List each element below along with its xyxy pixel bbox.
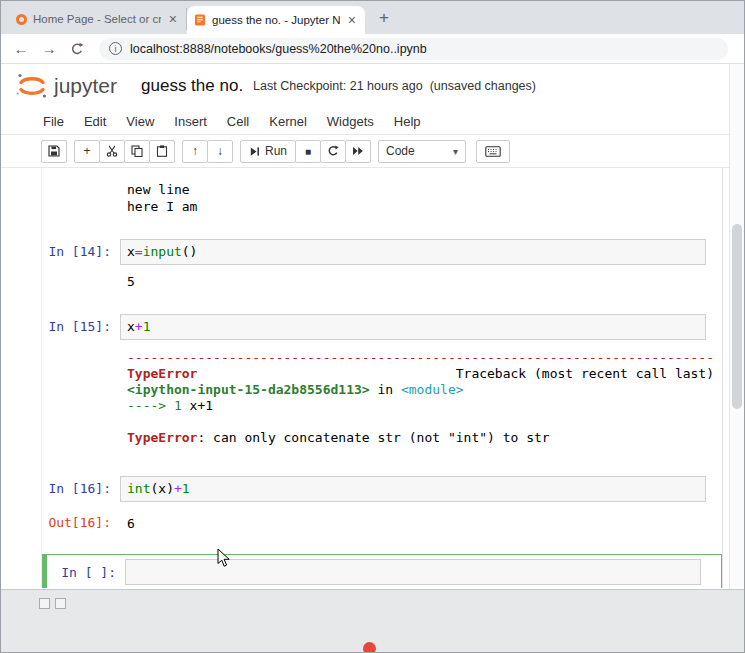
fast-forward-icon [352,145,364,157]
menu-edit[interactable]: Edit [74,110,116,133]
reload-icon [70,42,84,56]
move-cell-up-button[interactable]: ↑ [182,140,208,163]
code-text: x+1 [127,319,699,335]
menu-file[interactable]: File [33,110,74,133]
stream-output-row: new line here I am [42,176,722,215]
run-label: Run [265,144,287,158]
input-prompt: In [16]: [42,476,120,496]
menu-view[interactable]: View [116,110,164,133]
jupyter-logo-text[interactable]: jupyter [54,74,117,98]
scrollbar-thumb[interactable] [732,224,742,409]
menu-cell[interactable]: Cell [217,110,259,133]
prompt-spacer [42,176,120,181]
output-prompt: Out[16]: [42,510,120,530]
add-cell-button[interactable]: + [74,140,100,163]
menu-widgets[interactable]: Widgets [317,110,384,133]
run-cell-button[interactable]: Run [240,140,296,163]
chevron-down-icon: ▾ [453,146,458,157]
save-button[interactable] [41,140,67,163]
interrupt-kernel-button[interactable]: ■ [295,140,321,163]
desktop-strip [1,589,744,652]
keyboard-icon [485,146,501,157]
menubar: File Edit View Insert Cell Kernel Widget… [1,108,744,135]
error-output-row-15: ----------------------------------------… [42,344,722,446]
stop-icon: ■ [305,146,311,157]
code-text: x=input() [127,244,699,260]
restart-run-all-button[interactable] [345,140,371,163]
empty-cell-selected[interactable]: In [ ]: [42,554,722,588]
restart-kernel-button[interactable] [320,140,346,163]
taskbar-icon[interactable] [39,598,50,609]
prompt-spacer [42,268,120,273]
cell-type-value: Code [386,144,415,158]
close-icon[interactable]: × [167,12,179,26]
notebook-container: new line here I am In [14]: x=input() 5 … [41,168,723,588]
code-input[interactable] [125,559,701,585]
notebook-scroll-area[interactable]: new line here I am In [14]: x=input() 5 … [1,168,744,588]
code-cell-15[interactable]: In [15]: x+1 [42,314,722,340]
command-palette-button[interactable] [476,140,510,163]
info-icon[interactable]: i [109,42,122,55]
input-prompt: In [14]: [42,239,120,259]
menu-help[interactable]: Help [384,110,431,133]
output-row-14: 5 [42,268,722,290]
jupyter-header: jupyter guess the no. Last Checkpoint: 2… [1,64,744,108]
code-input[interactable]: int(x)+1 [120,476,706,502]
output-row-16: Out[16]: 6 [42,510,722,532]
screenshot-root: Home Page - Select or create a n × guess… [0,0,745,653]
close-icon[interactable]: × [346,13,358,27]
jupyter-logo-icon[interactable] [15,71,49,101]
copy-icon [131,145,143,157]
tab-notebook[interactable]: guess the no. - Jupyter Notebook × [187,6,365,34]
recording-indicator-dot [363,642,376,653]
page-scrollbar[interactable] [729,64,744,589]
toolbar: + [1,135,744,168]
new-tab-button[interactable]: + [371,5,397,31]
restart-icon [327,145,339,157]
traceback-text: ----------------------------------------… [120,344,714,446]
paste-icon [156,145,168,157]
prompt-spacer [42,344,120,349]
browser-navbar: ← → i localhost:8888/notebooks/guess%20t… [1,34,744,64]
browser-window: Home Page - Select or create a n × guess… [1,1,744,589]
menu-insert[interactable]: Insert [164,110,217,133]
cut-icon [106,145,118,157]
paste-cell-button[interactable] [149,140,175,163]
tab-home-page[interactable]: Home Page - Select or create a n × [9,8,187,30]
cell-type-dropdown[interactable]: Code ▾ [378,140,466,163]
code-cell-16[interactable]: In [16]: int(x)+1 [42,476,722,502]
tab-title: Home Page - Select or create a n [33,13,161,25]
address-bar[interactable]: i localhost:8888/notebooks/guess%20the%2… [99,38,728,60]
code-input[interactable]: x=input() [120,239,706,265]
taskbar-icon[interactable] [55,598,66,609]
tab-title: guess the no. - Jupyter Notebook [212,14,340,26]
notebook-title[interactable]: guess the no. [141,76,243,96]
cut-cell-button[interactable] [99,140,125,163]
output-text: 5 [120,268,135,290]
menu-kernel[interactable]: Kernel [259,110,317,133]
save-icon [48,145,60,157]
checkpoint-text: Last Checkpoint: 21 hours ago [253,79,423,93]
reload-button[interactable] [65,37,89,61]
notebook-favicon-icon [194,14,206,26]
back-button[interactable]: ← [9,37,33,61]
code-input[interactable]: x+1 [120,314,706,340]
code-text: int(x)+1 [127,481,699,497]
forward-button[interactable]: → [37,37,61,61]
input-prompt: In [ ]: [47,559,125,580]
code-cell-14[interactable]: In [14]: x=input() [42,239,722,265]
run-icon [249,146,260,157]
output-text: new line here I am [120,176,197,215]
jupyter-favicon-icon [16,14,27,25]
tab-strip: Home Page - Select or create a n × guess… [1,1,744,34]
copy-cell-button[interactable] [124,140,150,163]
input-prompt: In [15]: [42,314,120,334]
url-text: localhost:8888/notebooks/guess%20the%20n… [130,42,427,56]
unsaved-changes-text: (unsaved changes) [430,79,536,93]
mouse-cursor-icon [217,548,231,568]
output-text: 6 [120,510,135,532]
move-cell-down-button[interactable]: ↓ [207,140,233,163]
